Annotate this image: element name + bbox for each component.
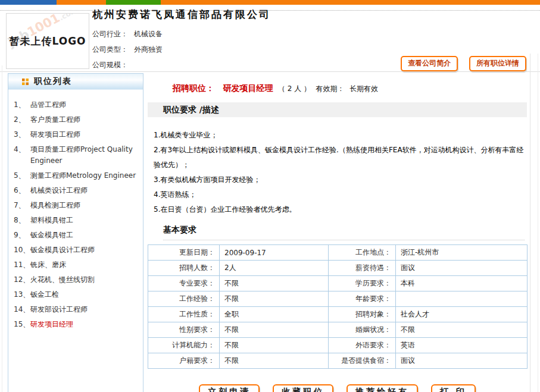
marital-status-value: 不限 — [396, 322, 527, 338]
company-industry-label: 公司行业： — [92, 30, 128, 38]
gender-requirement-label: 性别要求： — [148, 322, 220, 338]
job-item-label: 模具检测工程师 — [30, 200, 143, 211]
recruiting-position-label: 招聘职位： — [173, 83, 214, 93]
company-type-value: 外商独资 — [134, 45, 163, 54]
description-line: 4.英语熟练； — [154, 187, 524, 202]
job-item-label: 研发部设计工程师 — [30, 304, 143, 315]
education-requirement-label: 学历要求： — [329, 276, 396, 291]
description-line: 2.有3年以上结构设计或塑料模具、钣金模具设计工作经验.（熟练使用相关FEA软件… — [154, 143, 524, 173]
sidebar-item-job-5[interactable]: 5、 测量工程师Metrology Engineer — [8, 168, 143, 183]
headcount-value: 2人 — [220, 261, 329, 276]
sidebar-item-job-7[interactable]: 7、 模具检测工程师 — [8, 198, 143, 213]
topbar-orange-segment — [57, 0, 106, 5]
sidebar-item-job-1[interactable]: 1、 品管工程师 — [8, 98, 143, 112]
sidebar-item-job-12[interactable]: 12、 火花机、慢丝线切割 — [8, 272, 143, 287]
job-nature-label: 工作性质： — [148, 307, 220, 322]
table-row: 招聘人数： 2人 薪资待遇： 面议 — [148, 261, 527, 276]
grid-icon — [22, 79, 29, 85]
sidebar-item-job-8[interactable]: 8、 塑料模具钳工 — [8, 213, 143, 228]
job-list-title: 职位列表 — [34, 76, 72, 87]
basic-requirements-table: 更新日期： 2009-09-17 工作地点： 浙江-杭州市 招聘人数： 2人 薪… — [148, 244, 527, 369]
sidebar-item-job-11[interactable]: 11、 铣床、磨床 — [8, 258, 143, 272]
job-nature-value: 全职 — [220, 307, 329, 322]
table-row: 户籍要求： 不限 是否提供食宿： 面议 — [148, 353, 527, 369]
foreign-language-label: 外语要求： — [329, 338, 396, 353]
table-row: 工作经验： 不限 年龄要求： — [148, 291, 527, 307]
sidebar-item-job-4[interactable]: 4、 项目质量工程师Project Quality Engineer — [8, 142, 143, 168]
board-lodging-label: 是否提供食宿： — [329, 353, 396, 369]
job-action-buttons: 立刻申请 收藏职位 推荐给好友 打 印 — [148, 384, 527, 392]
job-item-number: 15、 — [8, 319, 30, 330]
job-title-line: 招聘职位： 研发项目经理 （ 2 人 ） 有效期： 长期有效 — [173, 83, 527, 94]
salary-label: 薪资待遇： — [329, 261, 396, 276]
job-item-label: 研发项目经理 — [30, 319, 143, 330]
job-item-number: 6、 — [8, 185, 30, 196]
no-logo-label: 暂未上传LOGO — [7, 14, 89, 68]
job-item-label: 品管工程师 — [30, 99, 143, 111]
gender-requirement-value: 不限 — [220, 322, 329, 338]
table-row: 性别要求： 不限 婚姻状况： 不限 — [148, 322, 527, 338]
sidebar-item-job-2[interactable]: 2、 客户质量工程师 — [8, 112, 143, 127]
major-requirement-label: 专业要求： — [148, 276, 220, 291]
job-item-label: 火花机、慢丝线切割 — [30, 274, 143, 286]
sidebar-item-job-6[interactable]: 6、 机械类设计工程师 — [8, 183, 143, 198]
salary-value: 面议 — [396, 261, 527, 276]
topbar-blue-segment — [0, 0, 57, 5]
sidebar-item-job-14[interactable]: 14、 研发部设计工程师 — [8, 302, 143, 317]
recommend-to-friend-button[interactable]: 推荐给好友 — [347, 384, 418, 392]
sidebar-item-job-3[interactable]: 3、 研发项目工程师 — [8, 127, 143, 142]
sidebar-item-job-13[interactable]: 13、 钣金工检 — [8, 287, 143, 302]
company-industry-value: 机械设备 — [134, 30, 163, 38]
work-location-label: 工作地点： — [329, 245, 396, 261]
company-type-label: 公司类型： — [92, 45, 128, 54]
header-actions: 查看公司简介 所有职位详情 — [392, 56, 526, 71]
view-company-profile-button[interactable]: 查看公司简介 — [401, 56, 458, 71]
sidebar-item-job-10[interactable]: 10、 钣金模具设计工程师 — [8, 243, 143, 258]
recruit-target-label: 招聘对象： — [329, 307, 396, 322]
job-item-number: 10、 — [8, 244, 30, 256]
apply-now-button[interactable]: 立刻申请 — [199, 384, 260, 392]
job-list-panel: 职位列表 1、 品管工程师 2、 客户质量工程师 3、 研发项目工程师 4、 项… — [8, 73, 143, 392]
job-item-number: 2、 — [8, 114, 30, 126]
print-button[interactable]: 打 印 — [431, 384, 476, 392]
job-item-label: 塑料模具钳工 — [30, 215, 143, 226]
headcount: （ 2 人 ） — [278, 84, 311, 93]
age-requirement-label: 年龄要求： — [329, 291, 396, 307]
job-item-number: 11、 — [8, 259, 30, 271]
job-title: 研发项目经理 — [223, 83, 273, 93]
company-type-row: 公司类型：外商独资 — [92, 42, 163, 57]
job-detail-page: job1001.com 暂未上传LOGO 杭州安费诺飞凤通信部品有限公司 公司行… — [0, 0, 540, 392]
work-location-value: 浙江-杭州市 — [396, 245, 527, 261]
work-experience-label: 工作经验： — [148, 291, 220, 307]
topbar-green-segment — [106, 0, 161, 5]
sidebar-item-job-15-current[interactable]: 15、 研发项目经理 — [8, 317, 143, 332]
table-row: 专业要求： 不限 学历要求： 本科 — [148, 276, 527, 291]
table-row: 更新日期： 2009-09-17 工作地点： 浙江-杭州市 — [148, 245, 527, 261]
job-item-label: 机械类设计工程师 — [30, 185, 143, 196]
save-job-button[interactable]: 收藏职位 — [273, 384, 333, 392]
age-requirement-value — [396, 291, 527, 307]
job-item-label: 测量工程师Metrology Engineer — [30, 170, 143, 181]
right-edge-line — [530, 54, 530, 392]
company-name: 杭州安费诺飞凤通信部品有限公司 — [92, 8, 271, 21]
residency-requirement-value: 不限 — [220, 353, 329, 369]
job-item-number: 14、 — [8, 304, 30, 315]
job-detail-main: 招聘职位： 研发项目经理 （ 2 人 ） 有效期： 长期有效 职位要求 /描述 … — [148, 73, 527, 392]
foreign-language-value: 英语 — [396, 338, 527, 353]
company-logo-placeholder: job1001.com 暂未上传LOGO — [6, 13, 89, 69]
update-date-label: 更新日期： — [148, 245, 220, 261]
top-color-bar — [0, 0, 540, 5]
job-item-number: 7、 — [8, 200, 30, 211]
job-item-number: 8、 — [8, 215, 30, 226]
job-item-label: 钣金模具设计工程师 — [30, 244, 143, 256]
all-jobs-detail-button[interactable]: 所有职位详情 — [469, 56, 526, 71]
job-item-label: 铣床、磨床 — [30, 259, 143, 271]
right-edge-line-outer — [538, 54, 538, 392]
table-row: 计算机能力： 不限 外语要求： 英语 — [148, 338, 527, 353]
description-line: 1.机械类专业毕业； — [154, 128, 524, 143]
job-description: 1.机械类专业毕业； 2.有3年以上结构设计或塑料模具、钣金模具设计工作经验.（… — [154, 128, 524, 217]
sidebar-item-job-9[interactable]: 9、 钣金模具钳工 — [8, 228, 143, 243]
job-item-number: 3、 — [8, 129, 30, 140]
company-size-label: 公司规模： — [92, 61, 128, 69]
validity-value: 长期有效 — [349, 84, 378, 93]
